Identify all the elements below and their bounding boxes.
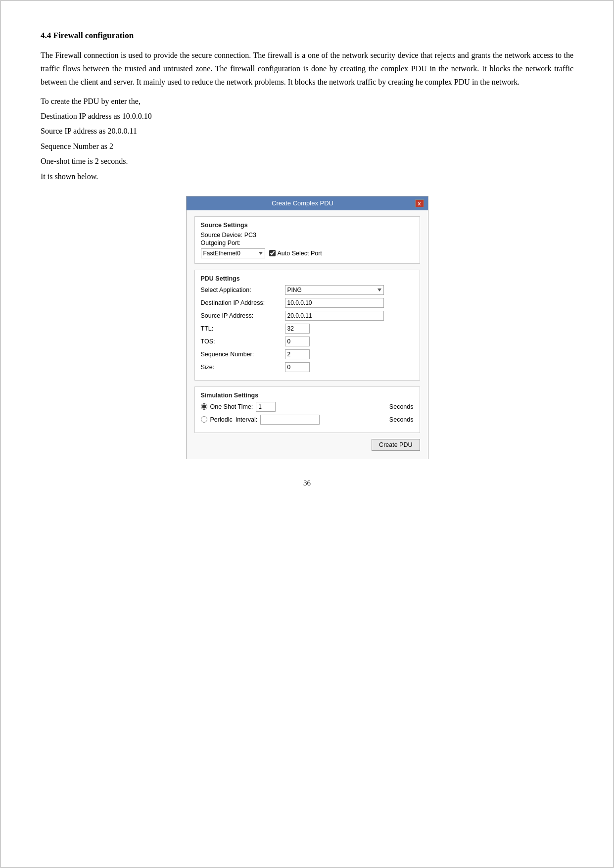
port-select[interactable]: FastEthernet0 (201, 248, 265, 258)
instruction-list: To create the PDU by enter the, Destinat… (41, 94, 573, 184)
sequence-label: Sequence Number: (201, 351, 285, 358)
ttl-input[interactable] (285, 324, 310, 334)
periodic-label: Periodic (210, 416, 233, 423)
periodic-interval-input[interactable] (260, 415, 320, 425)
destination-ip-row: Destination IP Address: (201, 298, 414, 308)
instruction-item-5: It is shown below. (41, 169, 573, 184)
auto-select-label: Auto Select Port (278, 250, 322, 257)
simulation-settings-section: Simulation Settings One Shot Time: Secon… (194, 386, 420, 433)
section-heading: 4.4 Firewall configuration (41, 31, 573, 41)
tos-row: TOS: (201, 337, 414, 346)
page-number: 36 (41, 479, 573, 487)
periodic-seconds-label: Seconds (389, 416, 414, 423)
auto-select-row: Auto Select Port (269, 250, 322, 257)
source-device-value: Source Device: PC3 (201, 232, 414, 239)
tos-input[interactable] (285, 337, 310, 346)
auto-select-checkbox[interactable] (269, 250, 276, 256)
outgoing-port-label: Outgoing Port: (201, 240, 414, 246)
one-shot-label: One Shot Time: (210, 403, 253, 410)
dialog-body: Source Settings Source Device: PC3 Outgo… (187, 210, 428, 459)
ttl-label: TTL: (201, 325, 285, 332)
size-label: Size: (201, 364, 285, 371)
instruction-item-2: Source IP address as 20.0.0.11 (41, 124, 573, 139)
instruction-item-4: One-shot time is 2 seconds. (41, 154, 573, 169)
one-shot-row: One Shot Time: Seconds (201, 402, 414, 412)
tos-label: TOS: (201, 338, 285, 345)
one-shot-seconds-label: Seconds (389, 403, 414, 410)
instruction-item-0: To create the PDU by enter the, (41, 94, 573, 109)
dialog-close-button[interactable]: x (415, 199, 424, 207)
sequence-row: Sequence Number: (201, 349, 414, 359)
source-ip-row: Source IP Address: (201, 311, 414, 321)
application-select[interactable]: PING (285, 285, 384, 295)
one-shot-time-input[interactable] (256, 402, 276, 412)
destination-ip-input[interactable] (285, 298, 384, 308)
size-row: Size: (201, 362, 414, 372)
sequence-input[interactable] (285, 349, 310, 359)
dialog-titlebar: Create Complex PDU x (187, 196, 428, 210)
periodic-radio[interactable] (201, 416, 207, 423)
destination-ip-label: Destination IP Address: (201, 299, 285, 306)
instruction-item-3: Sequence Number as 2 (41, 139, 573, 154)
application-row: Select Application: PING (201, 285, 414, 295)
section-paragraph: The Firewall connection is used to provi… (41, 48, 573, 89)
periodic-row: Periodic Interval: Seconds (201, 415, 414, 425)
port-row: FastEthernet0 Auto Select Port (201, 248, 414, 258)
application-label: Select Application: (201, 287, 285, 293)
one-shot-radio[interactable] (201, 403, 207, 410)
pdu-settings-section: PDU Settings Select Application: PING De… (194, 270, 420, 381)
ttl-row: TTL: (201, 324, 414, 334)
simulation-settings-label: Simulation Settings (201, 392, 414, 399)
source-settings-section: Source Settings Source Device: PC3 Outgo… (194, 216, 420, 264)
source-settings-label: Source Settings (201, 222, 414, 229)
dialog-title: Create Complex PDU (190, 199, 415, 207)
dialog-wrapper: Create Complex PDU x Source Settings Sou… (41, 196, 573, 459)
create-pdu-button[interactable]: Create PDU (372, 439, 420, 451)
create-complex-pdu-dialog: Create Complex PDU x Source Settings Sou… (186, 196, 428, 459)
instruction-item-1: Destination IP address as 10.0.0.10 (41, 109, 573, 124)
pdu-settings-label: PDU Settings (201, 275, 414, 282)
periodic-interval-label: Interval: (236, 416, 257, 423)
size-input[interactable] (285, 362, 310, 372)
source-ip-input[interactable] (285, 311, 384, 321)
source-ip-label: Source IP Address: (201, 312, 285, 319)
